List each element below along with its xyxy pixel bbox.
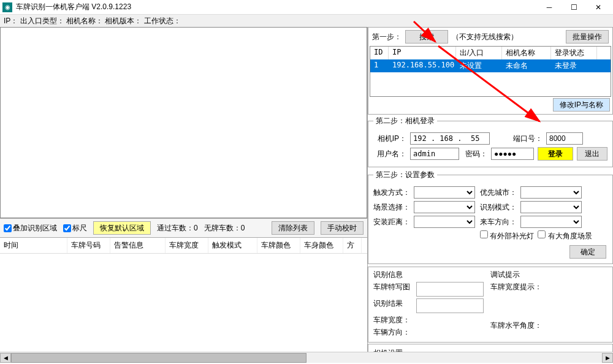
video-preview <box>0 27 367 218</box>
width-hint-label: 车牌宽度提示： <box>490 282 542 292</box>
mode-select[interactable] <box>520 201 582 213</box>
car-direction-label: 车辆方向： <box>373 327 416 338</box>
username-input[interactable] <box>410 148 459 160</box>
minimize-button[interactable]: ─ <box>537 1 562 14</box>
result-table-header: 时间 车牌号码 告警信息 车牌宽度 触发模式 车牌颜色 车身颜色 方 <box>0 238 367 254</box>
clear-list-button[interactable]: 清除列表 <box>272 221 314 235</box>
recog-result-box <box>416 298 484 313</box>
status-info-row: IP： 出入口类型： 相机名称： 相机版本： 工作状态： <box>0 15 613 27</box>
port-input[interactable] <box>546 132 583 145</box>
plate-angle-label: 车牌水平角度： <box>490 320 542 331</box>
scale-checkbox[interactable]: 标尺 <box>63 223 87 233</box>
password-input[interactable] <box>491 148 534 160</box>
camera-ip-input[interactable] <box>410 132 490 145</box>
camera-settings-title: 相机设置 <box>373 348 607 352</box>
scroll-thumb[interactable] <box>11 353 306 363</box>
overlay-checkbox[interactable]: 叠加识别区域 <box>4 223 57 233</box>
city-select[interactable] <box>520 186 582 199</box>
logout-button[interactable]: 退出 <box>577 147 607 161</box>
debug-hint-title: 调试提示 <box>490 270 607 280</box>
password-label: 密码： <box>463 149 487 159</box>
port-label: 端口号： <box>509 134 543 144</box>
camera-ip-label: 相机IP： <box>373 134 406 144</box>
device-row[interactable]: 1 192.168.55.100 未设置 未命名 未登录 <box>370 59 611 72</box>
restore-region-button[interactable]: 恢复默认区域 <box>93 221 151 235</box>
device-table-header: ID IP 出/入口 相机名称 登录状态 <box>370 47 611 59</box>
big-angle-checkbox[interactable]: 有大角度场景 <box>538 230 592 241</box>
horizontal-scrollbar[interactable]: ◀ ▶ <box>0 352 613 363</box>
app-icon: ◉ <box>2 2 12 12</box>
username-label: 用户名： <box>373 149 406 159</box>
scroll-right-arrow[interactable]: ▶ <box>602 353 613 363</box>
scroll-left-arrow[interactable]: ◀ <box>0 353 11 363</box>
step2-legend: 第二步：相机登录 <box>373 116 437 126</box>
login-button[interactable]: 登录 <box>538 147 573 161</box>
plate-width-label: 车牌宽度： <box>373 315 416 325</box>
scene-select[interactable] <box>414 201 475 213</box>
result-table-body <box>0 254 367 352</box>
direction-select[interactable] <box>520 216 582 228</box>
modify-ip-name-button[interactable]: 修改IP与名称 <box>553 98 610 112</box>
ok-button[interactable]: 确定 <box>569 245 606 259</box>
recog-info-title: 识别信息 <box>373 270 490 280</box>
install-select[interactable] <box>414 216 475 228</box>
window-title: 车牌识别一体机客户端 V2.0.9.1223 <box>16 2 537 12</box>
batch-operation-button[interactable]: 批量操作 <box>566 30 609 44</box>
step1-label: 第一步： <box>372 32 402 42</box>
trigger-select[interactable] <box>414 186 475 199</box>
search-hint: （不支持无线搜索） <box>452 32 518 42</box>
search-button[interactable]: 搜索 <box>405 30 448 44</box>
passed-count: 通过车数：0 <box>157 223 198 233</box>
manual-time-button[interactable]: 手动校时 <box>321 221 364 235</box>
noplate-count: 无牌车数：0 <box>204 223 245 233</box>
plate-thumbnail <box>416 282 484 297</box>
step3-legend: 第三步：设置参数 <box>373 170 437 180</box>
maximize-button[interactable]: ☐ <box>562 1 586 14</box>
close-button[interactable]: ✕ <box>586 1 611 14</box>
ext-light-checkbox[interactable]: 有外部补光灯 <box>480 230 534 241</box>
